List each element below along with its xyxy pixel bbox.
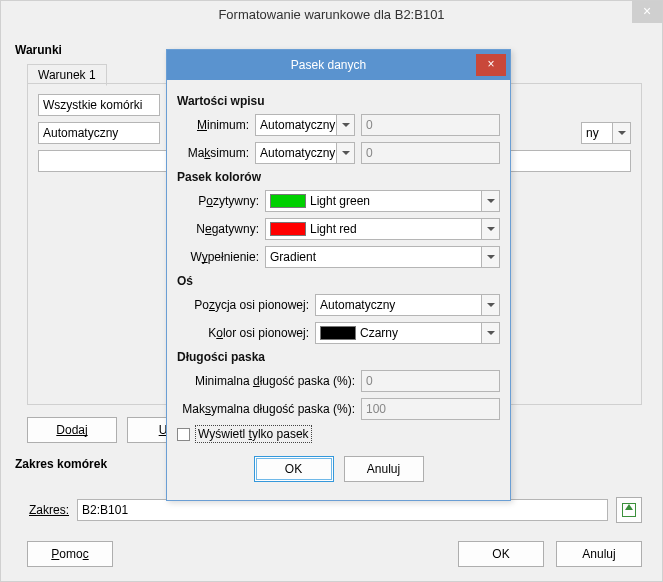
chevron-down-icon: [481, 247, 499, 267]
modal-ok-button[interactable]: OK: [254, 456, 334, 482]
chevron-down-icon: [481, 295, 499, 315]
add-button[interactable]: Dodaj: [27, 417, 117, 443]
chevron-down-icon: [336, 115, 354, 135]
color-swatch-green: [270, 194, 306, 208]
chevron-down-icon: [481, 219, 499, 239]
chevron-down-icon: [481, 191, 499, 211]
maximum-type-combo[interactable]: Automatyczny: [255, 142, 355, 164]
minimum-label: Minimum:: [177, 118, 249, 132]
fill-combo[interactable]: Gradient: [265, 246, 500, 268]
axis-position-combo[interactable]: Automatyczny: [315, 294, 500, 316]
axis-position-label: Pozycja osi pionowej:: [177, 298, 309, 312]
color-swatch-red: [270, 222, 306, 236]
color-bar-header: Pasek kolorów: [177, 170, 500, 184]
combo-value: Automatyczny: [43, 126, 118, 140]
max-length-input[interactable]: 100: [361, 398, 500, 420]
help-button[interactable]: Pomoc: [27, 541, 113, 567]
parent-cancel-button[interactable]: Anuluj: [556, 541, 642, 567]
combo-value: ny: [586, 126, 599, 140]
entry-values-header: Wartości wpisu: [177, 94, 500, 108]
show-bar-only-checkbox[interactable]: [177, 428, 190, 441]
maximum-value-input[interactable]: 0: [361, 142, 500, 164]
positive-label: Pozytywny:: [177, 194, 259, 208]
modal-titlebar: Pasek danych ×: [167, 50, 510, 80]
condition-scope-combo[interactable]: Wszystkie komórki: [38, 94, 160, 116]
max-length-label: Maksymalna długość paska (%):: [177, 402, 355, 416]
axis-header: Oś: [177, 274, 500, 288]
negative-label: Negatywny:: [177, 222, 259, 236]
parent-title: Formatowanie warunkowe dla B2:B101: [1, 1, 662, 26]
combo-value: Wszystkie komórki: [43, 98, 142, 112]
modal-cancel-button[interactable]: Anuluj: [344, 456, 424, 482]
modal-close-button[interactable]: ×: [476, 54, 506, 76]
parent-ok-button[interactable]: OK: [458, 541, 544, 567]
axis-color-label: Kolor osi pionowej:: [177, 326, 309, 340]
range-input[interactable]: B2:B101: [77, 499, 608, 521]
minimum-type-combo[interactable]: Automatyczny: [255, 114, 355, 136]
condition-auto-combo[interactable]: Automatyczny: [38, 122, 160, 144]
min-length-label: Minimalna długość paska (%):: [177, 374, 355, 388]
bar-length-header: Długości paska: [177, 350, 500, 364]
right-mini-combo[interactable]: ny: [581, 122, 631, 144]
axis-color-combo[interactable]: Czarny: [315, 322, 500, 344]
shrink-icon: [622, 503, 636, 517]
min-length-input[interactable]: 0: [361, 370, 500, 392]
chevron-down-icon: [336, 143, 354, 163]
negative-color-combo[interactable]: Light red: [265, 218, 500, 240]
minimum-value-input[interactable]: 0: [361, 114, 500, 136]
show-bar-only-label: Wyświetl tylko pasek: [196, 426, 311, 442]
positive-color-combo[interactable]: Light green: [265, 190, 500, 212]
chevron-down-icon: [481, 323, 499, 343]
shrink-range-button[interactable]: [616, 497, 642, 523]
fill-label: Wypełnienie:: [177, 250, 259, 264]
close-icon[interactable]: ×: [632, 1, 662, 23]
color-swatch-black: [320, 326, 356, 340]
warunki-label: Warunki: [15, 43, 62, 57]
range-label: Zakres:: [29, 503, 69, 517]
maximum-label: Maksimum:: [177, 146, 249, 160]
cf-parent-dialog: × Formatowanie warunkowe dla B2:B101 War…: [0, 0, 663, 582]
modal-title-text: Pasek danych: [177, 58, 510, 72]
range-section-label: Zakres komórek: [15, 457, 107, 471]
chevron-down-icon: [612, 123, 630, 143]
data-bar-dialog: Pasek danych × Wartości wpisu Minimum: A…: [166, 49, 511, 501]
